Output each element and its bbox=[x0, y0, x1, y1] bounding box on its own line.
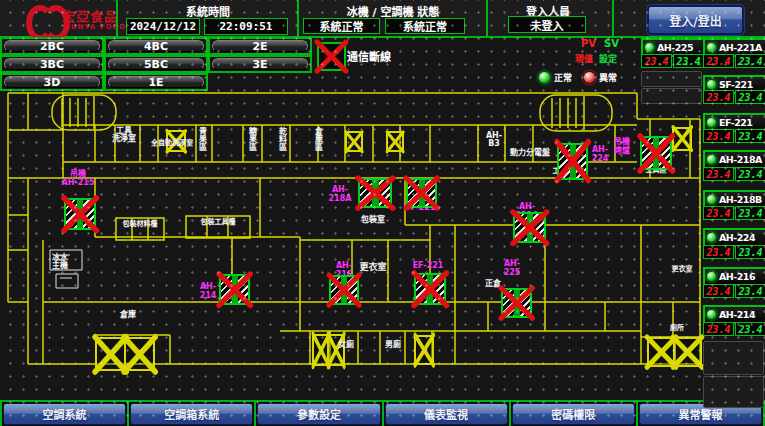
comm-fail-legend-icon bbox=[317, 42, 346, 71]
shaft-marker bbox=[95, 337, 126, 371]
comm-fail-device-icon[interactable] bbox=[513, 212, 546, 243]
room-label: 全自動洗淨室 bbox=[147, 140, 197, 147]
room-label: 冰水 主機 bbox=[50, 254, 70, 271]
floor-select-grid: 2BC 4BC 2E 3BC 5BC 3E 3D 1E bbox=[0, 37, 312, 91]
floor-cell: 2E bbox=[208, 37, 312, 55]
normal-led-icon bbox=[538, 71, 551, 84]
separator bbox=[612, 0, 614, 36]
brand-name-en: HUNYA FOODS bbox=[64, 23, 132, 31]
nav-cell: 儀表監視 bbox=[382, 400, 509, 426]
comm-fail-device-icon[interactable] bbox=[640, 136, 672, 170]
floor-cell: 4BC bbox=[104, 37, 208, 55]
comm-fail-device-icon[interactable] bbox=[414, 273, 446, 305]
unit-name: AH-216 bbox=[719, 271, 755, 282]
floor-cell: 3E bbox=[208, 55, 312, 73]
sv-cn-legend: 設定 bbox=[599, 52, 617, 65]
chiller-status: 系統正常 bbox=[303, 18, 380, 34]
floor-button-1e[interactable]: 1E bbox=[108, 76, 204, 88]
unit-button-ah-214[interactable]: AH-214 bbox=[703, 305, 765, 324]
room-label: 更衣室 bbox=[668, 266, 696, 273]
status-led bbox=[706, 154, 717, 165]
shaft-marker bbox=[673, 337, 702, 367]
nav-button-password-auth[interactable]: 密碼權限 bbox=[512, 403, 635, 425]
company-logo: 宏亞食品 HUNYA FOODS bbox=[4, 2, 114, 34]
abnormal-legend-label: 異常 bbox=[599, 71, 617, 84]
nav-cell: 異常警報 bbox=[636, 400, 765, 426]
status-led bbox=[706, 232, 717, 243]
nav-button-ac-system[interactable]: 空調系統 bbox=[3, 403, 126, 425]
device-label: AH-218A bbox=[322, 186, 358, 204]
comm-fail-device-icon[interactable] bbox=[557, 143, 588, 180]
unit-name: AH-214 bbox=[719, 309, 755, 320]
ahu-status: 系統正常 bbox=[385, 18, 465, 34]
nav-button-meter-monitor[interactable]: 儀表監視 bbox=[385, 403, 508, 425]
room-label: AH-B3 bbox=[481, 132, 507, 149]
sv-legend: SV bbox=[604, 38, 619, 49]
room-label: 廁所 bbox=[667, 325, 687, 332]
comm-fail-device-icon[interactable] bbox=[64, 198, 96, 230]
nav-cell: 空調系統 bbox=[0, 400, 127, 426]
unit-button-ah-218b[interactable]: AH-218B bbox=[703, 190, 765, 209]
separator bbox=[297, 0, 299, 36]
system-date-value: 2024/12/12 bbox=[126, 18, 200, 35]
comm-fail-device-icon[interactable] bbox=[329, 275, 359, 305]
comm-fail-device-icon[interactable] bbox=[406, 178, 437, 208]
unit-button-sf-221[interactable]: SF-221 bbox=[703, 75, 765, 94]
device-label: EF-221 bbox=[412, 262, 444, 271]
device-label: AH-225 bbox=[496, 260, 528, 278]
room-label: 包裝室 bbox=[357, 216, 389, 224]
shaft-marker bbox=[386, 131, 404, 152]
floor-cell: 2BC bbox=[0, 37, 104, 55]
comm-fail-device-icon[interactable] bbox=[219, 274, 250, 305]
floor-button-3bc[interactable]: 3BC bbox=[4, 58, 100, 70]
unit-name: EF-221 bbox=[719, 117, 752, 128]
nav-cell: 密碼權限 bbox=[509, 400, 636, 426]
room-label: 糖果區 bbox=[247, 127, 255, 151]
floor-button-2bc[interactable]: 2BC bbox=[4, 40, 100, 52]
nav-cell: 空調箱系統 bbox=[127, 400, 254, 426]
floor-button-3e[interactable]: 3E bbox=[212, 58, 308, 70]
status-led bbox=[706, 271, 717, 282]
room-label: 包裝工具檯 bbox=[190, 219, 246, 226]
status-led bbox=[644, 42, 655, 53]
comm-fail-device-icon[interactable] bbox=[501, 288, 532, 318]
shaft-marker bbox=[672, 127, 692, 151]
shaft-marker bbox=[124, 337, 155, 371]
floor-button-2e[interactable]: 2E bbox=[212, 40, 308, 52]
room-label: 工具 洗淨室 bbox=[107, 127, 141, 144]
hmi-screen: 工具 洗淨室全自動洗淨室青果區糖果區乾料區倉庫區AH-B3動力分電盤工具洗淨室工… bbox=[0, 0, 765, 426]
shaft-marker bbox=[327, 334, 345, 366]
unit-button-ah-218a[interactable]: AH-218A bbox=[703, 150, 765, 169]
room-label: 男廁 bbox=[383, 341, 403, 349]
unit-button-ah-221a[interactable]: AH-221A bbox=[703, 38, 765, 57]
system-time-label: 系統時間 bbox=[118, 3, 298, 19]
unit-name: SF-221 bbox=[719, 79, 753, 90]
unit-button-ef-221[interactable]: EF-221 bbox=[703, 113, 765, 132]
unit-button-ah-225[interactable]: AH-225 bbox=[641, 38, 706, 57]
unit-name: AH-221A bbox=[719, 42, 762, 53]
unit-button-ah-224[interactable]: AH-224 bbox=[703, 228, 765, 247]
normal-legend-label: 正常 bbox=[554, 71, 572, 84]
pv-cn-legend: 現值 bbox=[575, 52, 593, 65]
status-led bbox=[706, 194, 717, 205]
unit-name: AH-218A bbox=[719, 154, 762, 165]
room-label: 包裝材料檯 bbox=[117, 221, 163, 228]
nav-button-parameter-settings[interactable]: 參數設定 bbox=[257, 403, 380, 425]
pv-legend: PV bbox=[581, 38, 596, 49]
login-status: 未登入 bbox=[508, 16, 586, 33]
login-logout-button[interactable]: 登入/登出 bbox=[647, 5, 744, 35]
header-bar: 宏亞食品 HUNYA FOODS 系統時間 2024/12/12 22:09:5… bbox=[0, 0, 765, 38]
floor-button-4bc[interactable]: 4BC bbox=[108, 40, 204, 52]
unit-button-ah-216[interactable]: AH-216 bbox=[703, 267, 765, 286]
floor-button-5bc[interactable]: 5BC bbox=[108, 58, 204, 70]
nav-button-alarm[interactable]: 異常警報 bbox=[639, 403, 762, 425]
floor-cell: 5BC bbox=[104, 55, 208, 73]
unit-name: AH-224 bbox=[719, 232, 755, 243]
room-label: 動力分電盤 bbox=[502, 149, 558, 157]
room-label: 女廁 bbox=[336, 341, 356, 349]
floor-button-3d[interactable]: 3D bbox=[4, 76, 100, 88]
comm-fail-device-icon[interactable] bbox=[358, 178, 392, 208]
bottom-nav: 空調系統 空調箱系統 參數設定 儀表監視 密碼權限 異常警報 bbox=[0, 400, 765, 426]
nav-button-ahu-system[interactable]: 空調箱系統 bbox=[130, 403, 253, 425]
abnormal-legend: 異常 bbox=[583, 71, 617, 84]
